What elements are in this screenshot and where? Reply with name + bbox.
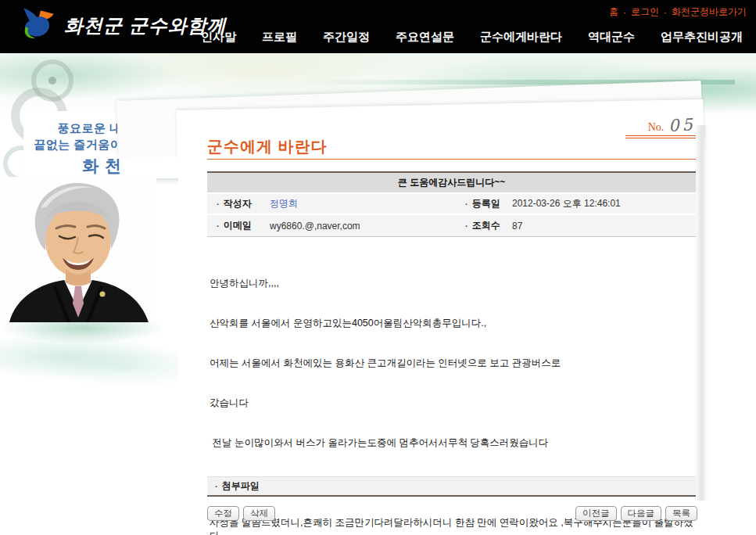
body-line: 산악회를 서울에서 운영하고있는4050어울림산악회총무입니다., [210, 317, 696, 330]
date-value: 2012-03-26 오후 12:46:01 [512, 197, 696, 210]
bullet-icon: · [217, 221, 220, 231]
button-row: 수정 삭제 이전글 다음글 목록 [207, 506, 697, 521]
board-content: No. 05 군수에게 바란다 큰 도움에감사드립니다~~ · 작성자 정명희 … [0, 0, 756, 535]
post-number-underline [625, 135, 696, 138]
utility-separator: · [623, 7, 626, 18]
main-nav: 인사말 프로필 주간일정 주요연설문 군수에게바란다 역대군수 업무추진비공개 [201, 30, 743, 45]
nav-item-greeting[interactable]: 인사말 [201, 30, 236, 45]
table-row: · 작성자 정명희 · 등록일 2012-03-26 오후 12:46:01 [207, 194, 696, 215]
body-line: 안녕하십니까,,,, [210, 277, 696, 290]
attachment-label: · 첨부파일 [215, 479, 260, 493]
left-button-group: 수정 삭제 [207, 506, 275, 521]
delete-button[interactable]: 삭제 [243, 506, 275, 521]
post-number-box: No. 05 [593, 116, 696, 138]
author-link[interactable]: 정명희 [270, 198, 298, 209]
utility-separator: · [664, 7, 667, 18]
nav-item-past-mayors[interactable]: 역대군수 [588, 30, 635, 45]
email-value: wy6860.@,naver,com [270, 221, 465, 232]
body-line: 어제는 서울에서 화천에있는 용화산 큰고개길이라는 인터넷으로 보고 관광버스… [210, 357, 696, 370]
post-info-table: · 작성자 정명희 · 등록일 2012-03-26 오후 12:46:01 ·… [207, 194, 696, 237]
date-label: · 등록일 [465, 197, 512, 210]
edit-button[interactable]: 수정 [207, 506, 239, 521]
nav-item-expense-disclosure[interactable]: 업무추진비공개 [661, 30, 743, 45]
nav-item-weekly-schedule[interactable]: 주간일정 [323, 30, 370, 45]
nav-item-speeches[interactable]: 주요연설문 [396, 30, 454, 45]
logo[interactable]: 화천군 군수와함께 [17, 6, 227, 45]
logo-bird-icon [17, 6, 56, 45]
attachment-bar: · 첨부파일 [207, 476, 696, 497]
post-subject: 큰 도움에감사드립니다~~ [398, 176, 505, 189]
bullet-icon: · [217, 199, 220, 209]
body-line: 전날 눈이많이와서 버스가 올라가는도중에 멈추어서서무척 당혹스러웠습니다 [210, 436, 696, 450]
header-bar: 화천군 군수와함께 홈 · 로그인 · 화천군청바로가기 인사말 프로필 주간일… [0, 0, 756, 53]
prev-post-button[interactable]: 이전글 [575, 506, 617, 521]
bullet-icon: · [215, 482, 218, 491]
nav-item-profile[interactable]: 프로필 [262, 30, 297, 45]
login-link[interactable]: 로그인 [631, 5, 659, 19]
author-label: · 작성자 [207, 197, 270, 210]
bullet-icon: · [465, 221, 468, 231]
post-number-value: 05 [668, 115, 697, 135]
views-value: 87 [512, 221, 696, 232]
views-label: · 조회수 [465, 219, 512, 232]
table-row: · 이메일 wy6860.@,naver,com · 조회수 87 [207, 215, 696, 236]
email-label: · 이메일 [207, 219, 270, 232]
nav-item-ask-the-mayor[interactable]: 군수에게바란다 [480, 30, 562, 45]
next-post-button[interactable]: 다음글 [621, 506, 662, 521]
page: 화천군 군수와함께 홈 · 로그인 · 화천군청바로가기 인사말 프로필 주간일… [0, 0, 756, 535]
page-title: 군수에게 바란다 [207, 136, 328, 157]
county-shortcut-link[interactable]: 화천군청바로가기 [672, 5, 747, 19]
home-link[interactable]: 홈 [609, 5, 618, 19]
bullet-icon: · [465, 199, 468, 209]
body-line: 갔습니다 [210, 397, 696, 410]
right-button-group: 이전글 다음글 목록 [575, 506, 697, 521]
author-value: 정명희 [270, 197, 465, 210]
utility-links: 홈 · 로그인 · 화천군청바로가기 [609, 5, 747, 19]
post-number-label: No. [648, 121, 665, 134]
post-subject-bar: 큰 도움에감사드립니다~~ [207, 171, 696, 192]
title-divider [207, 159, 696, 160]
list-button[interactable]: 목록 [665, 506, 697, 521]
